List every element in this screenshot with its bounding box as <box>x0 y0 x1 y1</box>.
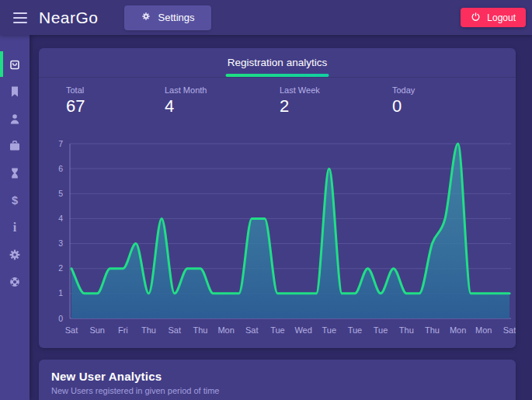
sidebar-item-history[interactable] <box>0 159 30 186</box>
chart-x-tick-label: Sat <box>65 325 78 335</box>
main-content: Registration analytics Total 67 Last Mon… <box>39 48 516 400</box>
chart-x-tick-label: Sat <box>245 325 259 335</box>
chart-x-tick-label: Mon <box>475 325 492 335</box>
settings-button[interactable]: Settings <box>124 5 211 30</box>
chart-section: 01234567SatSunFriThuSatThuMonSatTueWedTu… <box>39 124 516 348</box>
hourglass-icon <box>8 166 22 180</box>
chart-x-tick-label: Fri <box>118 325 128 335</box>
gear-icon <box>8 248 22 262</box>
chart-y-tick-label: 7 <box>58 139 63 148</box>
stat-label: Today <box>392 85 516 95</box>
settings-button-label: Settings <box>158 12 195 23</box>
chart-x-tick-label: Sun <box>89 325 105 335</box>
sidebar-item-users[interactable] <box>0 105 30 132</box>
bookmark-icon <box>8 85 22 99</box>
sidebar-nav: $ i <box>0 35 30 400</box>
life-buoy-icon <box>8 275 22 289</box>
chart-x-tick-label: Tue <box>374 325 388 335</box>
chart-x-tick-label: Thu <box>399 325 414 335</box>
app-logo: NearGo <box>39 9 99 27</box>
stat-label: Last Month <box>165 85 280 95</box>
sidebar-item-settings[interactable] <box>0 241 30 268</box>
chart-x-tick-label: Mon <box>217 325 234 335</box>
svg-text:$: $ <box>12 193 18 206</box>
chart-y-tick-label: 3 <box>58 238 63 248</box>
stat-today: Today 0 <box>392 85 516 117</box>
tab-registration-analytics[interactable]: Registration analytics <box>226 48 329 77</box>
chart-x-tick-label: Thu <box>141 325 156 335</box>
sidebar-item-support[interactable] <box>0 268 30 295</box>
chart-x-tick-label: Tue <box>270 325 285 335</box>
briefcase-icon <box>8 139 22 153</box>
stats-row: Total 67 Last Month 4 Last Week 2 Today … <box>39 78 516 124</box>
svg-text:i: i <box>13 221 17 234</box>
chart-y-tick-label: 1 <box>58 288 63 297</box>
chart-y-tick-label: 5 <box>58 189 63 198</box>
sidebar-item-info[interactable]: i <box>0 214 30 241</box>
chart-y-tick-label: 2 <box>58 263 63 273</box>
stat-last-month: Last Month 4 <box>165 85 280 117</box>
info-icon: i <box>8 221 22 235</box>
stat-value: 2 <box>280 96 392 117</box>
chart-x-tick-label: Tue <box>322 325 337 335</box>
card-subtitle: New Users registered in given period of … <box>51 386 503 395</box>
chart-x-tick-label: Thu <box>425 325 440 335</box>
sidebar-item-bookmarks[interactable] <box>0 78 30 105</box>
stat-label: Last Week <box>280 85 392 95</box>
sidebar-item-business[interactable] <box>0 132 30 159</box>
card-title: New User Analytics <box>51 370 503 383</box>
header: NearGo Settings Logout <box>0 0 532 35</box>
tabs-row: Registration analytics <box>39 48 516 78</box>
stat-label: Total <box>66 85 165 95</box>
tab-active-underline <box>226 74 329 77</box>
chart-x-tick-label: Mon <box>450 325 466 335</box>
registration-analytics-card: Registration analytics Total 67 Last Mon… <box>39 48 516 348</box>
chart-y-tick-label: 0 <box>58 314 63 323</box>
hamburger-menu-icon[interactable] <box>13 12 27 23</box>
logout-button-label: Logout <box>487 12 516 23</box>
chart-x-tick-label: Thu <box>193 325 207 335</box>
chart-x-tick-label: Tue <box>348 325 363 335</box>
gear-icon <box>141 11 151 24</box>
chart-y-tick-label: 6 <box>58 164 63 173</box>
shopping-bag-icon <box>8 57 22 71</box>
stat-value: 4 <box>165 96 280 117</box>
chart-y-tick-label: 4 <box>58 214 63 223</box>
user-icon <box>8 112 22 126</box>
chart-x-tick-label: Sat <box>168 325 181 335</box>
sidebar-item-shop[interactable] <box>0 50 30 78</box>
chart-x-tick-label: Wed <box>294 325 311 335</box>
new-user-analytics-card: New User Analytics New Users registered … <box>39 360 516 400</box>
chart-x-tick-label: Sat <box>503 325 516 335</box>
stat-value: 67 <box>66 96 165 117</box>
stat-last-week: Last Week 2 <box>280 85 392 117</box>
chart-area-fill <box>71 144 509 318</box>
tab-label: Registration analytics <box>228 57 327 68</box>
sidebar-item-payments[interactable]: $ <box>0 186 30 214</box>
power-icon <box>471 12 481 24</box>
stat-value: 0 <box>392 96 516 117</box>
stat-total: Total 67 <box>66 85 165 117</box>
registration-chart: 01234567SatSunFriThuSatThuMonSatTueWedTu… <box>39 124 516 348</box>
dollar-icon: $ <box>8 193 22 207</box>
logout-button[interactable]: Logout <box>461 8 526 27</box>
